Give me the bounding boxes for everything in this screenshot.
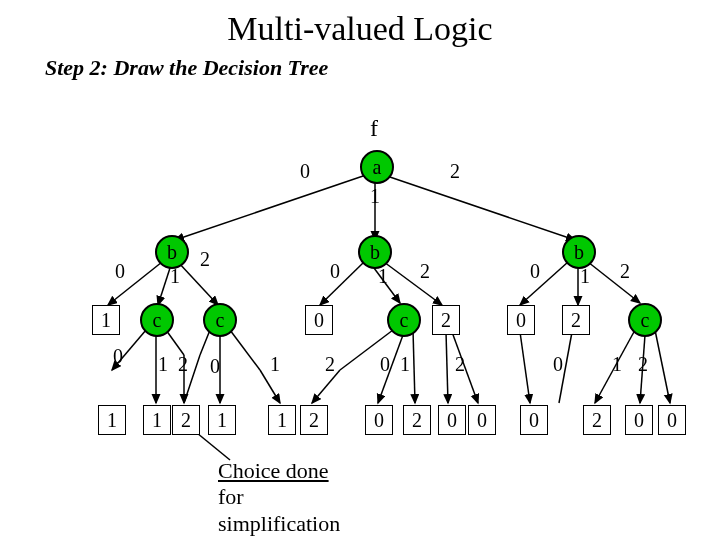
edge-bl-2: 2	[200, 248, 210, 271]
leaf-b-0ex: 0	[468, 405, 496, 435]
node-b-left: b	[155, 235, 189, 269]
svg-line-9	[384, 262, 442, 305]
svg-line-7	[320, 262, 364, 305]
leaf-b-2d: 2	[583, 405, 611, 435]
leaf-1-a: 1	[92, 305, 120, 335]
leaf-b-0b: 0	[438, 405, 466, 435]
edge-c3-0: 0	[380, 353, 390, 376]
edge-c1-1: 1	[158, 353, 168, 376]
edge-bm-1: 1	[378, 265, 388, 288]
edge-a-0: 0	[300, 160, 310, 183]
leaf-2-b: 2	[562, 305, 590, 335]
svg-line-12	[588, 262, 640, 303]
leaf-b-0d: 0	[625, 405, 653, 435]
annotation-text: Choice done for simplification	[218, 458, 340, 537]
leaf-b-0a: 0	[365, 405, 393, 435]
node-c-1: c	[140, 303, 174, 337]
step-subtitle: Step 2: Draw the Decision Tree	[45, 55, 328, 81]
edge-c3-1: 1	[400, 353, 410, 376]
leaf-b-1c: 1	[208, 405, 236, 435]
svg-line-6	[178, 262, 218, 305]
svg-line-30	[655, 330, 670, 403]
svg-line-27	[413, 330, 415, 403]
leaf-b-2a: 2	[172, 405, 200, 435]
edge-c1-2: 2	[178, 353, 188, 376]
leaf-b-2b: 2	[300, 405, 328, 435]
edge-c1-0: 0	[113, 345, 123, 368]
edge-c2-0: 0	[210, 355, 220, 378]
edge-bm-2: 2	[420, 260, 430, 283]
edge-a-1: 1	[370, 185, 380, 208]
svg-line-10	[520, 262, 568, 305]
svg-line-18	[200, 330, 210, 355]
edge-c3-2: 2	[455, 353, 465, 376]
edge-a-2: 2	[450, 160, 460, 183]
edge-c3-pre2: 2	[325, 353, 335, 376]
leaf-2-a: 2	[432, 305, 460, 335]
svg-line-31	[446, 332, 448, 403]
edge-bl-1: 1	[170, 265, 180, 288]
edge-br-0: 0	[530, 260, 540, 283]
leaf-b-2c: 2	[403, 405, 431, 435]
leaf-b-1d: 1	[268, 405, 296, 435]
edge-c2-1: 1	[270, 353, 280, 376]
svg-line-5	[158, 268, 170, 305]
node-c-2: c	[203, 303, 237, 337]
svg-line-3	[384, 175, 575, 240]
node-c-3: c	[387, 303, 421, 337]
svg-line-33	[520, 332, 530, 403]
page-title: Multi-valued Logic	[0, 10, 720, 48]
leaf-0-b: 0	[507, 305, 535, 335]
leaf-b-1b: 1	[143, 405, 171, 435]
edge-c4-0: 0	[553, 353, 563, 376]
edge-br-1: 1	[580, 265, 590, 288]
leaf-b-0e: 0	[658, 405, 686, 435]
root-label-f: f	[370, 115, 378, 142]
edge-br-2: 2	[620, 260, 630, 283]
leaf-0-a: 0	[305, 305, 333, 335]
svg-line-15	[166, 330, 184, 355]
node-b-right: b	[562, 235, 596, 269]
leaf-b-0c: 0	[520, 405, 548, 435]
node-a: a	[360, 150, 394, 184]
leaf-b-1a: 1	[98, 405, 126, 435]
svg-line-1	[175, 175, 366, 240]
edge-bm-0: 0	[330, 260, 340, 283]
edge-c4-1: 1	[612, 353, 622, 376]
svg-line-21	[230, 330, 260, 370]
edge-c4-2: 2	[638, 353, 648, 376]
node-b-mid: b	[358, 235, 392, 269]
node-c-4: c	[628, 303, 662, 337]
edge-bl-0: 0	[115, 260, 125, 283]
